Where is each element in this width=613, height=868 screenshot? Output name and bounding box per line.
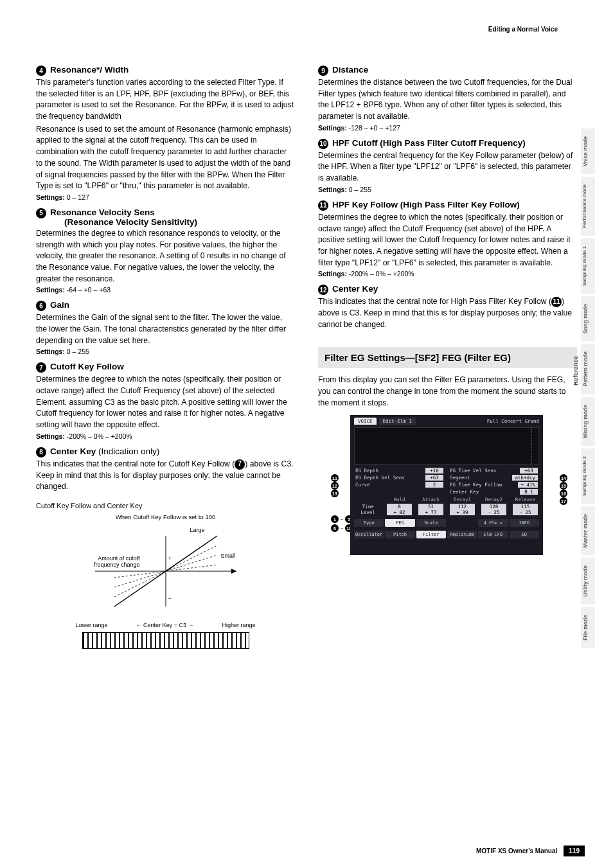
badge-9-icon: 9 — [318, 66, 328, 76]
heading-res-vel-sens: 5 Resonance Velocity Sens (Resonance Vel… — [36, 208, 295, 227]
side-tab-sampling2[interactable]: Sampling mode 2 — [581, 448, 595, 504]
diagram-minus-label: − — [168, 595, 172, 601]
diagram-large-label: Large — [190, 527, 205, 533]
para: Determines the central frequency for the… — [318, 150, 577, 184]
callout-13: 13 — [331, 490, 339, 497]
lcd-tab-voice: VOICE — [354, 418, 377, 425]
mode-tab-strip: Reference Voice mode Performance mode Sa… — [581, 128, 609, 651]
badge-6-icon: 6 — [36, 301, 46, 311]
reference-label: Reference — [571, 347, 580, 394]
heading-distance: 9 Distance — [318, 65, 577, 76]
heading-hpf-key-follow: 11 HPF Key Follow (High Pass Filter Key … — [318, 200, 577, 211]
heading-text: Gain — [50, 300, 69, 310]
callout-11: 11 — [331, 474, 339, 482]
callout-1-5: 1~5 — [331, 515, 353, 523]
side-tab-song[interactable]: Song mode — [581, 296, 595, 341]
side-tab-mixing[interactable]: Mixing mode — [581, 397, 595, 446]
heading-hpf-cutoff: 10 HPF Cutoff (High Pass Filter Cutoff F… — [318, 138, 577, 149]
callout-14: 14 — [560, 474, 567, 482]
heading-gain: 6 Gain — [36, 300, 295, 311]
lcd-env-level-row: Level + 82 + 77 + 39 - 25 - 25 — [354, 509, 539, 515]
heading-tail: (Indication only) — [96, 447, 159, 456]
feg-screenshot: 11 12 13 1~5 6~10 14 15 16 17 VOICE Edit… — [331, 415, 562, 555]
badge-11-icon: 11 — [318, 200, 328, 211]
settings-line: Settings: 0 – 255 — [36, 348, 295, 355]
heading-text: HPF Cutoff (High Pass Filter Cutoff Freq… — [332, 138, 526, 148]
callout-16: 16 — [560, 490, 567, 497]
heading-text: Center Key — [50, 447, 96, 456]
lcd-row-curve: Curve2 — [354, 481, 445, 488]
side-tab-pattern[interactable]: Pattern mode — [581, 344, 595, 394]
para: Determines the degree to which resonance… — [36, 228, 295, 285]
diagram-small-label: Small — [221, 553, 236, 559]
settings-line: Settings: -64 – +0 – +63 — [36, 286, 295, 294]
badge-7-icon: 7 — [36, 362, 46, 373]
diagram-axis-right: Higher range — [222, 622, 255, 628]
side-tab-utility[interactable]: Utility mode — [581, 558, 595, 605]
lcd-preset-name: Full Concert Grand — [487, 418, 539, 424]
side-tab-master[interactable]: Master mode — [581, 506, 595, 555]
heading-text: Resonance*/ Width — [50, 65, 129, 75]
diagram-plus-label: + — [168, 555, 172, 562]
badge-4-icon: 4 — [36, 66, 46, 76]
heading-center-key-left: 8 Center Key (Indication only) — [36, 447, 295, 457]
badge-10-icon: 10 — [318, 139, 328, 149]
lcd-env-time-row: Time 8 51 112 128 115 — [354, 504, 539, 509]
para: Determines the degree to which the notes… — [36, 374, 295, 430]
section-filter-eg-title: Filter EG Settings—[SF2] FEG (Filter EG) — [318, 347, 577, 368]
svg-marker-1 — [231, 569, 236, 574]
page-breadcrumb: Editing a Normal Voice — [36, 26, 577, 33]
side-tab-performance[interactable]: Performance mode — [581, 177, 595, 236]
ref-badge-11-icon: 11 — [551, 297, 562, 307]
keyboard-strip-icon — [82, 632, 249, 649]
manual-title: MOTIF XS Owner's Manual — [476, 847, 557, 855]
para: Determines the degree to which the notes… — [318, 212, 577, 269]
lcd-f-tabs: Oscillator Pitch Filter Amplitude Elm LF… — [354, 531, 539, 538]
diagram-caption: Cutoff Key Follow and Center Key — [36, 502, 295, 509]
heading-text: Center Key — [332, 284, 378, 294]
diagram-axis-mid: Center Key = C3 — [143, 622, 186, 628]
badge-5-icon: 5 — [36, 208, 46, 218]
lcd-env-header: Hold Attack Decay1 Decay2 Release — [354, 495, 539, 504]
para: This indicates that the central note for… — [36, 459, 295, 493]
settings-line: Settings: -200% – 0% – +200% — [318, 270, 577, 278]
heading-subtext: (Resonance Velocity Sensitivity) — [50, 217, 197, 227]
lcd-row-time-vel: EG Time Vel Sens+63 — [449, 467, 539, 474]
callout-15: 15 — [560, 482, 567, 490]
callout-17: 17 — [560, 497, 567, 505]
badge-8-icon: 8 — [36, 447, 46, 457]
page-footer: MOTIF XS Owner's Manual 119 — [476, 846, 585, 856]
page-number: 119 — [564, 846, 585, 856]
settings-line: Settings: -128 – +0 – +127 — [318, 124, 577, 132]
para: Resonance is used to set the amount of R… — [36, 124, 295, 192]
settings-line: Settings: -200% – 0% – +200% — [36, 432, 295, 440]
lcd-row-eg-depth-vel: EG Depth Vel Sens+63 — [354, 474, 445, 481]
lcd-sf-tabs: Type FEG Scale 4 Elm ▸ INFO — [354, 519, 539, 527]
lcd-envelope-graph — [354, 427, 539, 465]
badge-12-icon: 12 — [318, 285, 328, 295]
para: Determines the distance between the two … — [318, 77, 577, 123]
settings-line: Settings: 0 – 127 — [36, 193, 295, 201]
settings-line: Settings: 0 – 255 — [318, 186, 577, 193]
lcd-row-time-key: EG Time Key Follow+ 41% — [449, 481, 539, 488]
para: Determines the Gain of the signal sent t… — [36, 312, 295, 346]
lcd-row-eg-depth: EG Depth+10 — [354, 467, 445, 474]
para: This parameter's function varies accordi… — [36, 77, 295, 123]
heading-resonance-width: 4 Resonance*/ Width — [36, 65, 295, 76]
heading-center-key-right: 12 Center Key — [318, 284, 577, 295]
right-column: 9 Distance Determines the distance betwe… — [314, 58, 577, 668]
ref-badge-7-icon: 7 — [235, 459, 245, 470]
side-tab-sampling1[interactable]: Sampling mode 1 — [581, 238, 595, 294]
diagram-axis-left: Lower range — [76, 622, 108, 628]
heading-text: Resonance Velocity Sens — [50, 208, 155, 217]
callout-6-10: 6~10 — [331, 524, 353, 532]
diagram-top-label: When Cutoff Key Follow is set to 100 — [36, 513, 295, 520]
lcd-tab-edit: Edit-Elm 1 — [379, 418, 416, 425]
para: This indicates that the central note for… — [318, 296, 577, 330]
lcd-row-center-key: Center KeyB 1 — [449, 488, 539, 495]
heading-cutoff-key-follow: 7 Cutoff Key Follow — [36, 362, 295, 373]
diagram-amount-label: Amount of cutoff frequency change — [69, 555, 140, 568]
side-tab-voice[interactable]: Voice mode — [581, 128, 595, 174]
side-tab-file[interactable]: File mode — [581, 607, 595, 648]
heading-text: HPF Key Follow (High Pass Filter Key Fol… — [332, 200, 520, 209]
